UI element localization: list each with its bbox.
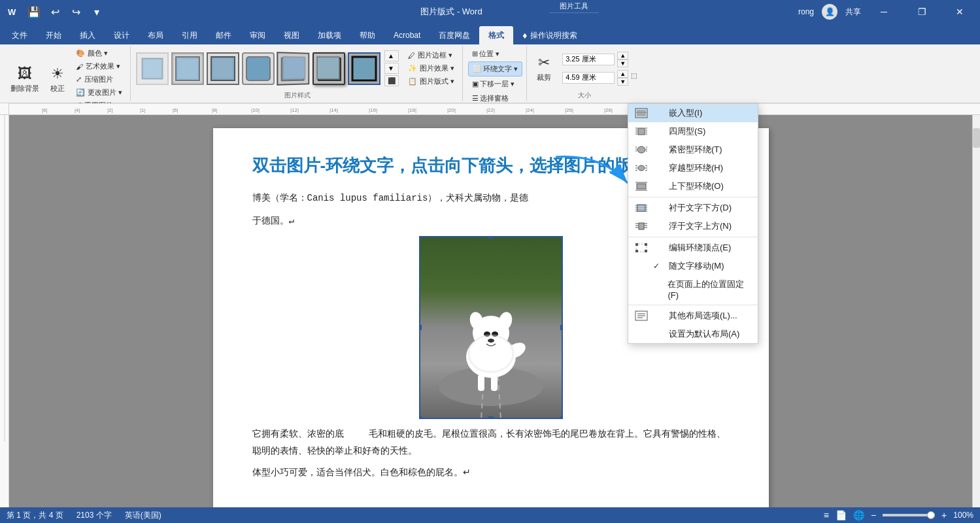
- tab-search[interactable]: ♦操作说明搜索: [513, 26, 586, 44]
- undo-icon[interactable]: ↩: [47, 4, 63, 20]
- tab-acrobat[interactable]: Acrobat: [384, 26, 430, 44]
- menu-item-setdefault[interactable]: 设置为默认布局(A): [628, 325, 758, 343]
- menu-item-through[interactable]: 穿越型环绕(H): [628, 159, 758, 177]
- svg-text:|26|: |26|: [565, 107, 573, 113]
- height-input-row: ▲ ▼: [562, 52, 628, 67]
- title-bar-title: 图片版式 - Word: [105, 6, 798, 18]
- menu-item-editpoints[interactable]: 编辑环绕顶点(E): [628, 239, 758, 257]
- save-icon[interactable]: 💾: [26, 4, 42, 20]
- editpoints-icon: [635, 243, 648, 253]
- square-label: 四周型(S): [669, 126, 705, 137]
- word-icon[interactable]: W: [5, 4, 21, 20]
- menu-item-inline[interactable]: 嵌入型(I): [628, 104, 758, 122]
- color-button[interactable]: 🎨 颜色 ▾: [72, 47, 126, 59]
- zoom-out-button[interactable]: −: [871, 510, 876, 520]
- pic-layout-button[interactable]: 📋 图片版式 ▾: [404, 75, 458, 88]
- pic-style-1[interactable]: [136, 52, 169, 85]
- pic-effect-button[interactable]: ✨ 图片效果 ▾: [404, 62, 458, 75]
- menu-item-topbottom[interactable]: 上下型环绕(O): [628, 177, 758, 195]
- vertical-scrollbar[interactable]: [972, 115, 980, 507]
- tab-help[interactable]: 帮助: [350, 26, 384, 44]
- infront-label: 浮于文字上方(N): [669, 220, 732, 232]
- view-web-icon[interactable]: 🌐: [853, 510, 864, 520]
- minimize-button[interactable]: ─: [869, 0, 899, 24]
- adjust-content: 🖼 删除背景 ☀ 校正 🎨 颜色 ▾ 🖌 艺术效果 ▾ ⤢ 压缩图片: [7, 47, 126, 112]
- size-expand-icon[interactable]: ⬚: [631, 72, 637, 79]
- view-normal-icon[interactable]: ≡: [824, 510, 829, 520]
- zoom-in-button[interactable]: +: [941, 510, 947, 520]
- pic-style-5[interactable]: [277, 52, 309, 85]
- svg-rect-5: [178, 59, 197, 78]
- scrollbar-thumb[interactable]: [973, 128, 980, 148]
- pic-border-icon: 🖊: [408, 52, 415, 59]
- tab-home[interactable]: 开始: [37, 26, 71, 44]
- menu-item-behind[interactable]: 衬于文字下方(D): [628, 199, 758, 217]
- pic-effect-icon: ✨: [408, 64, 417, 73]
- width-down[interactable]: ▼: [617, 78, 628, 86]
- tab-baidunetdisk[interactable]: 百度网盘: [430, 26, 479, 44]
- view-print-icon[interactable]: 📄: [836, 510, 847, 520]
- tab-review[interactable]: 审阅: [241, 26, 275, 44]
- pic-border-button[interactable]: 🖊 图片边框 ▾: [404, 49, 458, 61]
- quick-access-dropdown[interactable]: ▾: [89, 4, 105, 20]
- height-input[interactable]: [562, 54, 615, 65]
- pic-style-2[interactable]: [171, 52, 204, 85]
- user-avatar[interactable]: 👤: [822, 4, 837, 20]
- menu-item-movewithtext[interactable]: ✓ 随文字移动(M): [628, 257, 758, 275]
- compress-button[interactable]: ⤢ 压缩图片: [72, 73, 126, 86]
- close-button[interactable]: ✕: [945, 0, 975, 24]
- movewithtext-label: 随文字移动(M): [669, 260, 724, 272]
- width-up[interactable]: ▲: [617, 70, 628, 78]
- crop-label: 裁剪: [537, 73, 551, 82]
- svg-text:|24|: |24|: [526, 107, 534, 113]
- pic-style-3[interactable]: [207, 52, 239, 85]
- position-button[interactable]: ⊞ 位置 ▾: [468, 47, 522, 61]
- menu-item-moreoptions[interactable]: 其他布局选项(L)...: [628, 307, 758, 325]
- restore-button[interactable]: ❐: [907, 0, 937, 24]
- document-area[interactable]: 双击图片-环绕文字，点击向下箭头，选择图片的版式 博美（学名：Canis lup…: [9, 115, 972, 507]
- tab-format[interactable]: 格式: [479, 26, 513, 44]
- fixpos-icon: [635, 284, 647, 295]
- redo-icon[interactable]: ↪: [68, 4, 84, 20]
- crop-button[interactable]: ✂ 裁剪: [532, 52, 556, 85]
- tab-design[interactable]: 设计: [105, 26, 139, 44]
- tab-file[interactable]: 文件: [3, 26, 37, 44]
- svg-rect-77: [637, 184, 646, 189]
- dog-image[interactable]: [419, 236, 563, 419]
- menu-item-tight[interactable]: 紧密型环绕(T): [628, 141, 758, 159]
- inline-icon: [635, 108, 648, 118]
- wrap-text-dropdown: 嵌入型(I) 四周型(S) 紧密型环绕(T) 穿越型环绕(H) 上下型环绕(O): [628, 103, 758, 344]
- height-up[interactable]: ▲: [617, 52, 628, 59]
- correct-button[interactable]: ☀ 校正: [46, 63, 69, 96]
- pic-style-7[interactable]: [348, 52, 380, 85]
- pic-style-6[interactable]: [313, 52, 345, 85]
- svg-text:|22|: |22|: [486, 107, 495, 113]
- gallery-expand[interactable]: ⬛: [384, 75, 399, 86]
- tight-icon: [635, 144, 648, 155]
- change-pic-button[interactable]: 🔄 更改图片 ▾: [72, 86, 126, 99]
- tab-layout[interactable]: 布局: [139, 26, 173, 44]
- width-input[interactable]: [562, 72, 615, 84]
- tab-insert[interactable]: 插入: [71, 26, 105, 44]
- menu-item-fixpos[interactable]: 在页面上的位置固定(F): [628, 275, 758, 303]
- tab-addins[interactable]: 加载项: [309, 26, 350, 44]
- share-button[interactable]: 共享: [845, 7, 861, 18]
- gallery-scroll-down[interactable]: ▼: [384, 63, 399, 74]
- remove-background-button[interactable]: 🖼 删除背景: [7, 63, 43, 96]
- menu-item-infront[interactable]: 浮于文字上方(N): [628, 217, 758, 235]
- tab-mail[interactable]: 邮件: [207, 26, 241, 44]
- pic-styles-group-label: 图片样式: [284, 91, 311, 100]
- tab-references[interactable]: 引用: [173, 26, 207, 44]
- zoom-slider[interactable]: [883, 514, 935, 516]
- wrap-text-button[interactable]: ⬜ 环绕文字 ▾: [468, 61, 522, 76]
- art-effect-button[interactable]: 🖌 艺术效果 ▾: [72, 60, 126, 73]
- tab-view[interactable]: 视图: [275, 26, 309, 44]
- separator-3: [628, 305, 758, 305]
- bring-forward-label: 下移一层 ▾: [480, 79, 515, 89]
- gallery-scroll-up[interactable]: ▲: [384, 50, 399, 61]
- movewithtext-check: ✓: [653, 262, 664, 271]
- bring-forward-button[interactable]: ▣ 下移一层 ▾: [468, 77, 522, 91]
- height-down[interactable]: ▼: [617, 59, 628, 67]
- menu-item-square[interactable]: 四周型(S): [628, 122, 758, 141]
- pic-style-4[interactable]: [242, 52, 275, 85]
